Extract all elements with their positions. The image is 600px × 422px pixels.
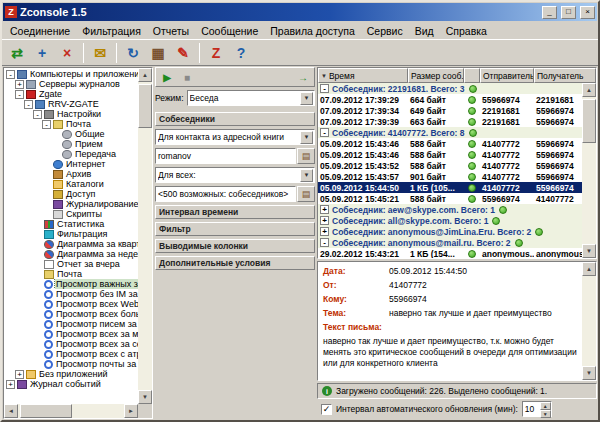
- message-row[interactable]: 05.09.2012 15:43:46588 байт4140777255966…: [318, 138, 582, 149]
- tree-item[interactable]: Диаграмма за квартал: [4, 239, 138, 249]
- message-row[interactable]: 07.09.2012 17:39:34649 байт2219168155966…: [318, 105, 582, 116]
- tree-item[interactable]: +Серверы журналов: [4, 79, 138, 89]
- run-query-button[interactable]: →: [294, 69, 312, 85]
- address-book-button[interactable]: ▤: [297, 148, 315, 164]
- scrollbar-track[interactable]: [18, 404, 124, 418]
- group-row[interactable]: -Собеседник: 41407772. Всего: 8: [318, 127, 582, 138]
- scroll-left-button[interactable]: [4, 404, 18, 418]
- tree-item[interactable]: Просмотр всех за сегодня: [4, 339, 138, 349]
- conversers-input[interactable]: <500 возможных: собеседников>: [155, 186, 296, 202]
- tree-item[interactable]: Просмотр без IM за неделю: [4, 289, 138, 299]
- collapse-icon[interactable]: -: [42, 120, 51, 129]
- message-row[interactable]: 07.09.2012 17:39:29664 байт5596697422191…: [318, 94, 582, 105]
- scrollbar-track[interactable]: [582, 276, 596, 366]
- tree-item[interactable]: Просмотр всех с атрибутами за...: [4, 349, 138, 359]
- tree-item[interactable]: Просмотр почты за неделю: [4, 359, 138, 369]
- scrollbar-track[interactable]: [582, 97, 596, 244]
- scroll-down-button[interactable]: [138, 390, 152, 404]
- tree-item[interactable]: Почта: [4, 269, 138, 279]
- tree-item[interactable]: Фильтрация: [4, 229, 138, 239]
- spin-up-button[interactable]: [540, 402, 551, 410]
- tree-item[interactable]: -Компьютеры и приложения: [4, 69, 138, 79]
- expand-icon[interactable]: +: [320, 227, 329, 236]
- refresh-button[interactable]: ↻: [121, 42, 145, 64]
- refresh-interval-spinner[interactable]: 10: [522, 401, 552, 417]
- expand-icon[interactable]: +: [15, 370, 24, 379]
- collapse-icon[interactable]: -: [24, 100, 33, 109]
- group-row[interactable]: +Собеседник: all@skype.com. Всего: 1: [318, 215, 582, 226]
- tree-item[interactable]: Просмотр всех за месяц: [4, 329, 138, 339]
- column-header-4[interactable]: Отправитель: [480, 68, 534, 83]
- scrollbar-thumb[interactable]: [138, 84, 152, 128]
- menu-item-5[interactable]: Правила доступа: [264, 24, 360, 38]
- stop-filter-button[interactable]: ■: [178, 69, 196, 85]
- connect-button[interactable]: ⇄: [5, 42, 29, 64]
- tree-horizontal-scrollbar[interactable]: [4, 404, 138, 418]
- scroll-right-button[interactable]: [124, 404, 138, 418]
- edit-rules-button[interactable]: ✎: [171, 42, 195, 64]
- message-row[interactable]: 05.09.2012 15:43:52588 байт4140777255966…: [318, 160, 582, 171]
- tree-item[interactable]: +Без приложений: [4, 369, 138, 379]
- collapse-icon[interactable]: -: [320, 84, 329, 93]
- collapse-icon[interactable]: -: [33, 110, 42, 119]
- tree-item[interactable]: Просмотр писем за месяц: [4, 319, 138, 329]
- section-time-interval[interactable]: Интервал времени: [155, 205, 315, 219]
- table-vertical-scrollbar[interactable]: [582, 83, 596, 258]
- message-row[interactable]: 05.09.2012 15:45:21588 байт5596697441407…: [318, 193, 582, 204]
- menu-item-3[interactable]: Отчеты: [147, 24, 195, 38]
- section-conversers[interactable]: Собеседники: [155, 112, 315, 126]
- menu-item-2[interactable]: Фильтрация: [76, 24, 147, 38]
- tree-item[interactable]: Каталоги: [4, 179, 138, 189]
- column-header-2[interactable]: Размер сооб...: [408, 68, 464, 83]
- collapse-icon[interactable]: -: [6, 70, 15, 79]
- scroll-up-button[interactable]: [582, 262, 596, 276]
- tree-item[interactable]: Общие: [4, 129, 138, 139]
- scroll-down-button[interactable]: [582, 244, 596, 258]
- tree-item[interactable]: Доступ: [4, 189, 138, 199]
- contact-input[interactable]: romanov: [155, 148, 296, 164]
- expand-icon[interactable]: +: [320, 205, 329, 214]
- expand-icon[interactable]: +: [6, 380, 15, 389]
- tree-item[interactable]: Передача: [4, 149, 138, 159]
- new-message-button[interactable]: ✉: [88, 42, 112, 64]
- mode-select[interactable]: Беседа: [187, 90, 315, 106]
- contact-source-select[interactable]: Для контакта из адресной книги: [155, 129, 315, 145]
- column-header-5[interactable]: Получатель: [534, 68, 596, 83]
- menu-item-6[interactable]: Сервис: [361, 24, 409, 38]
- section-output-columns[interactable]: Выводимые колонки: [155, 239, 315, 253]
- preview-vertical-scrollbar[interactable]: [582, 262, 596, 380]
- message-row[interactable]: 07.09.2012 17:39:39663 байт2219168155966…: [318, 116, 582, 127]
- tree-item[interactable]: Прием: [4, 139, 138, 149]
- menu-item-4[interactable]: Сообщение: [195, 24, 264, 38]
- section-extra-conditions[interactable]: Дополнительные условия: [155, 256, 315, 270]
- message-row[interactable]: 05.09.2012 15:43:57901 байт4140777255966…: [318, 171, 582, 182]
- spin-down-button[interactable]: [540, 410, 551, 418]
- zgate-button[interactable]: Z: [204, 42, 228, 64]
- apply-filter-button[interactable]: ▶: [158, 69, 176, 85]
- report-button[interactable]: ▦: [146, 42, 170, 64]
- conversers-list-button[interactable]: ▤: [297, 186, 315, 202]
- tree-item[interactable]: Просмотр всех больше 10 Мб: [4, 309, 138, 319]
- add-computer-button[interactable]: +: [30, 42, 54, 64]
- column-header-1[interactable]: ▼Время: [318, 68, 408, 83]
- tree-vertical-scrollbar[interactable]: [138, 68, 152, 404]
- message-row[interactable]: 05.09.2012 15:44:501 КБ (105...414077725…: [318, 182, 582, 193]
- message-row[interactable]: 29.02.2012 15:43:211 КБ (154...anonymous…: [318, 248, 582, 258]
- tree-item[interactable]: Интернет: [4, 159, 138, 169]
- group-row[interactable]: -Собеседник: 22191681. Всего: 3: [318, 83, 582, 94]
- tree-item[interactable]: Скрипты: [4, 209, 138, 219]
- group-row[interactable]: +Собеседник: anonymous@JimLina.Eru. Всег…: [318, 226, 582, 237]
- tree-item[interactable]: -Настройки: [4, 109, 138, 119]
- for-all-select[interactable]: Для всех:: [155, 167, 315, 183]
- menu-item-1[interactable]: Соединение: [4, 24, 76, 38]
- expand-icon[interactable]: +: [320, 216, 329, 225]
- close-button[interactable]: ×: [580, 6, 595, 19]
- tree-item[interactable]: Просмотр важных за сегодня: [4, 279, 138, 289]
- message-row[interactable]: 05.09.2012 15:43:46588 байт4140777255966…: [318, 149, 582, 160]
- tree-item[interactable]: +Журнал событий: [4, 379, 138, 389]
- expand-icon[interactable]: +: [15, 80, 24, 89]
- scrollbar-thumb[interactable]: [582, 99, 596, 143]
- column-header-3[interactable]: [464, 68, 480, 83]
- tree-item[interactable]: -RRV-ZGATE: [4, 99, 138, 109]
- group-row[interactable]: +Собеседник: aew@skype.com. Всего: 1: [318, 204, 582, 215]
